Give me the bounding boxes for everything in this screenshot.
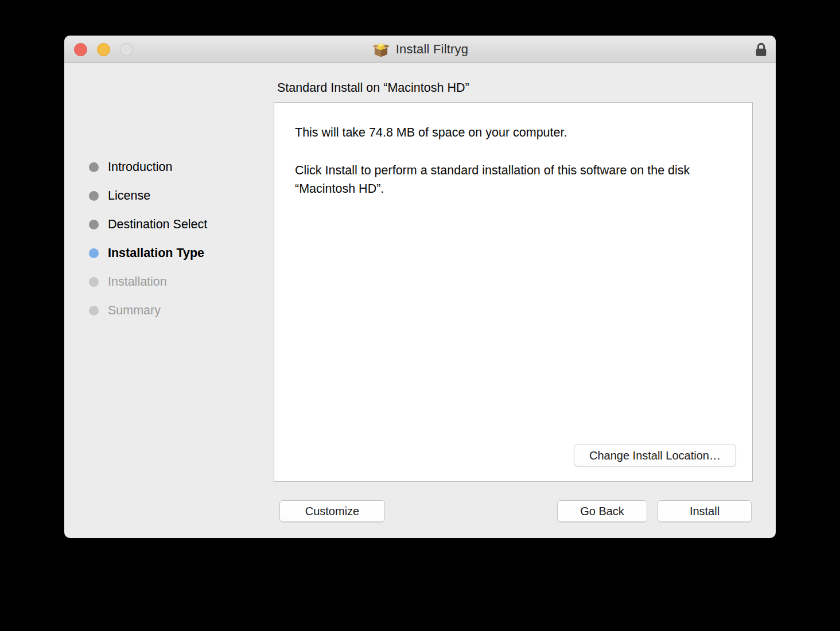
step-dot <box>89 191 99 201</box>
title-group: Install Filtryg <box>64 36 776 63</box>
installer-window: Install Filtryg Introduction License Des… <box>64 36 776 538</box>
step-dot-current <box>89 248 99 258</box>
step-label: Introduction <box>108 160 172 174</box>
step-label: Installation Type <box>108 246 204 260</box>
package-icon <box>372 41 390 58</box>
step-installation-type: Installation Type <box>89 239 278 267</box>
install-info-panel: This will take 74.8 MB of space on your … <box>274 102 753 482</box>
step-destination-select: Destination Select <box>89 210 278 239</box>
change-install-location-button[interactable]: Change Install Location… <box>574 445 736 466</box>
step-dot <box>89 162 99 172</box>
step-dot <box>89 220 99 229</box>
lock-icon[interactable] <box>755 42 768 57</box>
step-introduction: Introduction <box>89 153 278 181</box>
installer-steps-sidebar: Introduction License Destination Select … <box>89 153 278 325</box>
title-bar: Install Filtryg <box>64 36 776 63</box>
window-title: Install Filtryg <box>396 42 468 57</box>
step-dot <box>89 306 99 316</box>
step-dot <box>89 277 99 287</box>
step-label: Installation <box>108 275 167 289</box>
step-label: License <box>108 189 150 203</box>
step-license: License <box>89 181 278 210</box>
go-back-button[interactable]: Go Back <box>557 500 647 522</box>
step-label: Summary <box>108 303 161 318</box>
space-required-text: This will take 74.8 MB of space on your … <box>295 123 732 142</box>
customize-button[interactable]: Customize <box>279 500 385 522</box>
step-label: Destination Select <box>108 217 207 232</box>
step-installation: Installation <box>89 267 278 296</box>
desktop-background: { "window": { "title": "Install Filtryg"… <box>0 0 840 631</box>
pane-heading: Standard Install on “Macintosh HD” <box>277 81 469 95</box>
install-button[interactable]: Install <box>658 500 752 522</box>
step-summary: Summary <box>89 296 278 325</box>
install-instructions-text: Click Install to perform a standard inst… <box>295 161 732 198</box>
